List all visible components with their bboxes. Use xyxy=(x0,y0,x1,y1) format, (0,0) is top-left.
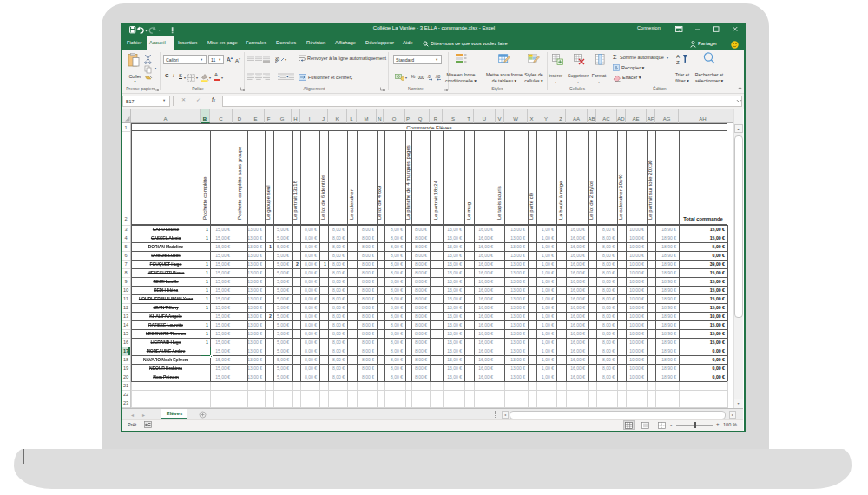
svg-text:.00: .00 xyxy=(435,75,441,79)
svg-text:Z: Z xyxy=(676,60,680,65)
svg-text:ab: ab xyxy=(275,56,281,63)
svg-text:A: A xyxy=(676,54,680,59)
svg-text:.0: .0 xyxy=(427,75,431,79)
